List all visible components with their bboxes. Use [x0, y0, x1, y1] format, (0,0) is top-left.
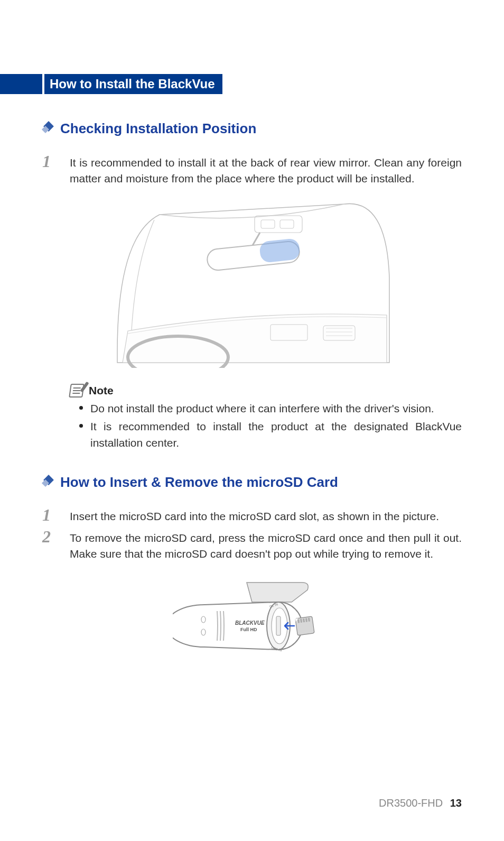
- header-accent-bar: [0, 74, 42, 94]
- step-1: 1 Insert the microSD card into the micro…: [42, 509, 462, 524]
- step-text: Insert the microSD card into the microSD…: [70, 509, 462, 524]
- svg-rect-18: [295, 616, 314, 635]
- section-checking-position: Checking Installation Position 1 It is r…: [42, 121, 462, 451]
- step-1: 1 It is recommended to install it at the…: [42, 155, 462, 187]
- car-interior-svg: [112, 193, 392, 368]
- svg-rect-17: [276, 616, 281, 635]
- note-block: Note Do not install the product where it…: [70, 384, 462, 451]
- footer-model: DR3500-FHD: [379, 797, 443, 809]
- section-title: How to Insert & Remove the microSD Card: [60, 474, 338, 491]
- step-number: 2: [42, 528, 57, 562]
- bullet-icon: [79, 406, 83, 410]
- diamond-icon: [42, 123, 55, 135]
- footer-page-number: 13: [450, 797, 462, 809]
- step-number: 1: [42, 153, 57, 187]
- diamond-icon: [42, 476, 55, 489]
- chapter-header: How to Install the BlackVue: [42, 74, 462, 94]
- step-text: It is recommended to install it at the b…: [70, 155, 462, 187]
- note-icon: [69, 384, 85, 398]
- note-list: Do not install the product where it can …: [70, 401, 462, 451]
- note-text: It is recommended to install the product…: [90, 419, 462, 451]
- section-title: Checking Installation Position: [60, 121, 256, 137]
- page-footer: DR3500-FHD 13: [379, 797, 462, 809]
- note-heading: Note: [70, 384, 462, 398]
- illustration-car-interior: [112, 193, 392, 368]
- step-text: To remove the microSD card, press the mi…: [70, 530, 462, 562]
- label-res: Full HD: [240, 627, 257, 632]
- section-heading: Checking Installation Position: [42, 121, 462, 137]
- section-heading: How to Insert & Remove the microSD Card: [42, 474, 462, 491]
- note-item: Do not install the product where it can …: [70, 401, 462, 417]
- illustration-device: BLACKVUE Full HD DC IN GPS IN: [173, 573, 331, 668]
- chapter-title: How to Install the BlackVue: [44, 74, 222, 94]
- bullet-icon: [79, 424, 83, 428]
- label-brand: BLACKVUE: [235, 620, 265, 626]
- note-item: It is recommended to install the product…: [70, 419, 462, 451]
- note-title: Note: [89, 384, 114, 397]
- step-2: 2 To remove the microSD card, press the …: [42, 530, 462, 562]
- note-text: Do not install the product where it can …: [90, 401, 462, 417]
- step-number: 1: [42, 506, 57, 524]
- section-microsd: How to Insert & Remove the microSD Card …: [42, 474, 462, 668]
